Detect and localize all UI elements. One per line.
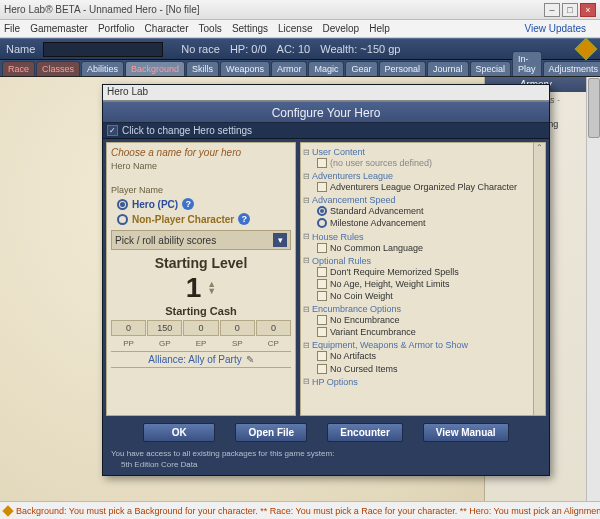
checkbox[interactable]	[317, 351, 327, 361]
minimize-icon[interactable]: –	[544, 3, 560, 17]
tab-classes[interactable]: Classes	[36, 61, 80, 76]
tab-skills[interactable]: Skills	[186, 61, 219, 76]
cash-ep[interactable]: 0	[183, 320, 218, 336]
name-input[interactable]	[43, 42, 163, 57]
player-name-label: Player Name	[111, 185, 291, 195]
tab-race[interactable]: Race	[2, 61, 35, 76]
tab-inplay[interactable]: In-Play	[512, 51, 542, 76]
npc-label: Non-Player Character	[132, 214, 234, 225]
starting-cash-label: Starting Cash	[111, 305, 291, 317]
tab-armor[interactable]: Armor	[271, 61, 308, 76]
grp-encumbrance[interactable]: Encumbrance Options	[303, 304, 531, 314]
hero-name-label: Hero Name	[111, 161, 291, 171]
menu-help[interactable]: Help	[369, 23, 390, 34]
maximize-icon[interactable]: □	[562, 3, 578, 17]
starting-level-label: Starting Level	[111, 255, 291, 271]
cash-pp[interactable]: 0	[111, 320, 146, 336]
tab-adjustments[interactable]: Adjustments	[543, 61, 600, 76]
wealth-stat: Wealth: ~150 gp	[320, 43, 400, 55]
close-icon[interactable]: ×	[580, 3, 596, 17]
open-file-button[interactable]: Open File	[235, 423, 307, 442]
grp-equipment[interactable]: Equipment, Weapons & Armor to Show	[303, 340, 531, 350]
checkbox[interactable]	[317, 279, 327, 289]
checkbox[interactable]	[317, 364, 327, 374]
radio[interactable]	[317, 218, 327, 228]
tab-journal[interactable]: Journal	[427, 61, 469, 76]
menu-file[interactable]: File	[4, 23, 20, 34]
menu-portfolio[interactable]: Portfolio	[98, 23, 135, 34]
grp-user-content[interactable]: User Content	[303, 147, 531, 157]
menu-tools[interactable]: Tools	[199, 23, 222, 34]
tree-scrollbar[interactable]: ⌃	[533, 143, 545, 415]
tab-background[interactable]: Background	[125, 61, 185, 76]
menu-character[interactable]: Character	[145, 23, 189, 34]
checkbox	[317, 158, 327, 168]
checkbox[interactable]	[317, 182, 327, 192]
cash-sp[interactable]: 0	[220, 320, 255, 336]
menu-settings[interactable]: Settings	[232, 23, 268, 34]
checkbox[interactable]	[317, 291, 327, 301]
main-scrollbar[interactable]	[586, 77, 600, 501]
window-titlebar: Hero Lab® BETA - Unnamed Hero - [No file…	[0, 0, 600, 20]
encounter-button[interactable]: Encounter	[327, 423, 402, 442]
level-stepper[interactable]: ▲▼	[207, 281, 216, 295]
cash-row: 0 150 0 0 0	[111, 320, 291, 336]
left-pane: Choose a name for your hero Hero Name Pl…	[106, 142, 296, 416]
menu-gamemaster[interactable]: Gamemaster	[30, 23, 88, 34]
grp-optional-rules[interactable]: Optional Rules	[303, 256, 531, 266]
warning-icon[interactable]	[575, 38, 598, 61]
tab-magic[interactable]: Magic	[308, 61, 344, 76]
hp-stat: HP: 0/0	[230, 43, 267, 55]
ac-stat: AC: 10	[277, 43, 311, 55]
tab-gear[interactable]: Gear	[345, 61, 377, 76]
configure-hero-dialog: Hero Lab Configure Your Hero ✓ Click to …	[102, 84, 550, 476]
dialog-header: Configure Your Hero	[103, 101, 549, 123]
options-tree: User Content (no user sources defined) A…	[301, 143, 533, 415]
tab-personal[interactable]: Personal	[379, 61, 427, 76]
npc-radio[interactable]	[117, 214, 128, 225]
dialog-button-row: OK Open File Encounter View Manual	[103, 419, 549, 446]
menu-develop[interactable]: Develop	[322, 23, 359, 34]
checkbox[interactable]	[317, 267, 327, 277]
alliance-row[interactable]: Alliance: Ally of Party ✎	[111, 351, 291, 368]
hero-settings-bar[interactable]: ✓ Click to change Hero settings	[103, 123, 549, 139]
scroll-up-icon: ⌃	[536, 143, 543, 152]
grp-adv-speed[interactable]: Advancement Speed	[303, 195, 531, 205]
character-summary-bar: Name No race HP: 0/0 AC: 10 Wealth: ~150…	[0, 38, 600, 60]
validation-footer: Background: You must pick a Background f…	[0, 501, 600, 519]
pick-roll-row[interactable]: Pick / roll ability scores ▾	[111, 230, 291, 250]
dialog-window-title: Hero Lab	[103, 85, 549, 101]
ok-button[interactable]: OK	[143, 423, 215, 442]
hero-pc-radio[interactable]	[117, 199, 128, 210]
down-arrow-icon[interactable]: ▾	[273, 233, 287, 247]
menubar: File Gamemaster Portfolio Character Tool…	[0, 20, 600, 38]
checkbox[interactable]	[317, 243, 327, 253]
radio[interactable]	[317, 206, 327, 216]
hero-pc-label: Hero (PC)	[132, 199, 178, 210]
settings-checkbox-icon: ✓	[107, 125, 118, 136]
right-pane: User Content (no user sources defined) A…	[300, 142, 546, 416]
tab-abilities[interactable]: Abilities	[81, 61, 124, 76]
view-manual-button[interactable]: View Manual	[423, 423, 509, 442]
checkbox[interactable]	[317, 315, 327, 325]
validation-text: Background: You must pick a Background f…	[16, 506, 600, 516]
tabstrip: Race Classes Abilities Background Skills…	[0, 60, 600, 77]
level-value: 1	[186, 274, 202, 302]
grp-house-rules[interactable]: House Rules	[303, 232, 531, 242]
app-title: Hero Lab® BETA - Unnamed Hero - [No file…	[4, 4, 200, 15]
cash-cp[interactable]: 0	[256, 320, 291, 336]
tab-special[interactable]: Special	[470, 61, 512, 76]
name-label: Name	[6, 43, 35, 55]
edit-icon[interactable]: ✎	[246, 354, 254, 365]
warning-diamond-icon	[2, 505, 13, 516]
menu-license[interactable]: License	[278, 23, 312, 34]
race-stat: No race	[181, 43, 220, 55]
cash-gp[interactable]: 150	[147, 320, 182, 336]
help-icon[interactable]: ?	[238, 213, 250, 225]
view-updates-link[interactable]: View Updates	[524, 23, 586, 34]
grp-hp-options[interactable]: HP Options	[303, 377, 531, 387]
help-icon[interactable]: ?	[182, 198, 194, 210]
tab-weapons[interactable]: Weapons	[220, 61, 270, 76]
checkbox[interactable]	[317, 327, 327, 337]
grp-adv-league[interactable]: Adventurers League	[303, 171, 531, 181]
